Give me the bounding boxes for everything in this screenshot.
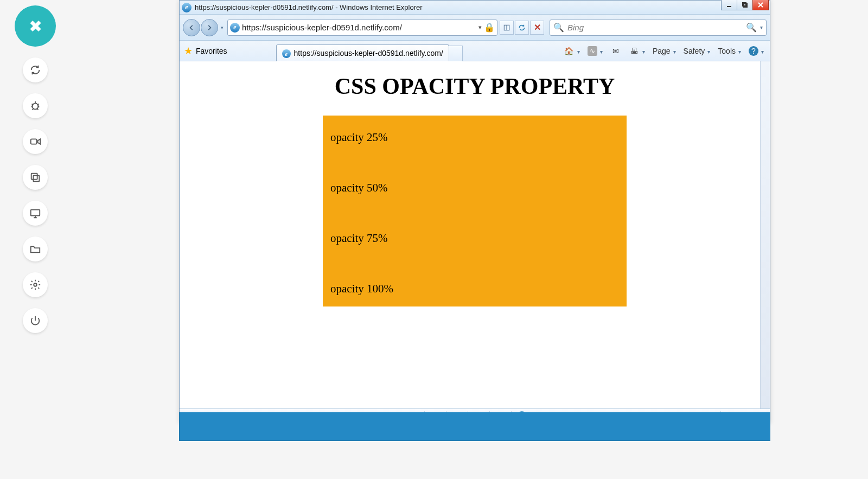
- search-dropdown-icon[interactable]: ▾: [760, 24, 763, 30]
- opacity-line-100: opacity 100%: [330, 282, 619, 296]
- window-title: https://suspicious-kepler-d0591d.netlify…: [195, 3, 768, 11]
- page-heading: CSS OPACITY PROPERTY: [180, 61, 770, 116]
- url-input[interactable]: [242, 23, 476, 32]
- nav-bar: e ▾ 🔒 ✕ 🔍 🔍 ▾: [180, 15, 770, 41]
- copy-icon: [29, 171, 41, 183]
- gear-icon: [29, 279, 41, 291]
- nav-history-dropdown[interactable]: [219, 20, 225, 35]
- mail-icon: ✉: [610, 46, 621, 56]
- ie-logo-icon: e: [182, 3, 192, 12]
- vertical-scrollbar[interactable]: [760, 61, 770, 408]
- display-button[interactable]: [23, 201, 48, 226]
- search-input[interactable]: [567, 23, 743, 32]
- svg-rect-5: [31, 210, 40, 216]
- lock-icon[interactable]: 🔒: [484, 22, 495, 33]
- copy-button[interactable]: [23, 165, 48, 190]
- mail-button[interactable]: ✉: [609, 44, 623, 58]
- video-button[interactable]: [23, 129, 48, 154]
- sync-icon: [29, 64, 41, 76]
- opacity-line-25: opacity 25%: [330, 131, 619, 144]
- maximize-button[interactable]: [737, 0, 753, 10]
- address-bar[interactable]: e ▾ 🔒: [227, 20, 497, 36]
- minimize-button[interactable]: [721, 0, 737, 10]
- rss-icon: ∿: [588, 46, 597, 56]
- folder-button[interactable]: [23, 237, 48, 261]
- browser-tab[interactable]: e https://suspicious-kepler-d0591d.netli…: [276, 44, 449, 62]
- stop-button[interactable]: ✕: [530, 21, 544, 35]
- folder-icon: [29, 243, 41, 255]
- compat-view-button[interactable]: [500, 21, 514, 35]
- favorites-label[interactable]: Favorites: [196, 47, 227, 55]
- page-content: CSS OPACITY PROPERTY opacity 25% opacity…: [180, 61, 770, 408]
- svg-point-6: [34, 283, 37, 286]
- title-bar: e https://suspicious-kepler-d0591d.netli…: [180, 1, 770, 15]
- back-button[interactable]: [183, 19, 200, 36]
- power-icon: [29, 315, 41, 327]
- svg-marker-2: [38, 139, 41, 144]
- forward-button[interactable]: [201, 19, 218, 36]
- ie-window: e https://suspicious-kepler-d0591d.netli…: [179, 0, 770, 423]
- address-dropdown-icon[interactable]: ▾: [478, 24, 482, 31]
- home-button[interactable]: 🏠: [562, 44, 582, 58]
- favorites-star-icon[interactable]: ★: [184, 45, 193, 57]
- print-icon: 🖶: [629, 46, 640, 56]
- command-bar: ★ Favorites e https://suspicious-kepler-…: [180, 41, 770, 61]
- search-box[interactable]: 🔍 🔍 ▾: [550, 20, 767, 36]
- page-menu[interactable]: Page: [651, 46, 678, 56]
- svg-rect-1: [31, 139, 37, 144]
- site-icon: e: [230, 23, 240, 33]
- home-icon: 🏠: [564, 46, 575, 56]
- refresh-button[interactable]: [515, 21, 529, 35]
- bug-button[interactable]: [23, 93, 48, 118]
- close-session-button[interactable]: ✖: [15, 5, 56, 47]
- svg-rect-3: [33, 175, 39, 181]
- search-icon: 🔍: [553, 22, 564, 33]
- opacity-line-75: opacity 75%: [330, 232, 619, 245]
- new-tab-button[interactable]: [449, 46, 463, 62]
- video-icon: [29, 136, 41, 148]
- svg-rect-4: [31, 174, 37, 180]
- bottom-blue-bar: [179, 412, 770, 441]
- search-go-icon[interactable]: 🔍: [746, 22, 757, 33]
- feeds-button[interactable]: ∿: [586, 45, 604, 57]
- help-icon: ?: [749, 46, 758, 56]
- bug-icon: [29, 100, 41, 112]
- safety-menu[interactable]: Safety: [682, 46, 712, 56]
- sync-button[interactable]: [23, 58, 48, 82]
- settings-button[interactable]: [23, 272, 48, 297]
- close-icon: ✖: [29, 17, 42, 36]
- app-sidebar: ✖: [0, 0, 71, 479]
- help-button[interactable]: ?: [747, 45, 765, 57]
- window-close-button[interactable]: [752, 0, 769, 10]
- display-icon: [29, 207, 41, 219]
- tools-menu[interactable]: Tools: [716, 46, 743, 56]
- opacity-demo-box: opacity 25% opacity 50% opacity 75% opac…: [323, 116, 627, 306]
- opacity-line-50: opacity 50%: [330, 181, 619, 195]
- tab-site-icon: e: [282, 49, 291, 58]
- tab-label: https://suspicious-kepler-d0591d.netlify…: [294, 49, 443, 58]
- print-button[interactable]: 🖶: [627, 44, 647, 58]
- power-button[interactable]: [23, 308, 48, 333]
